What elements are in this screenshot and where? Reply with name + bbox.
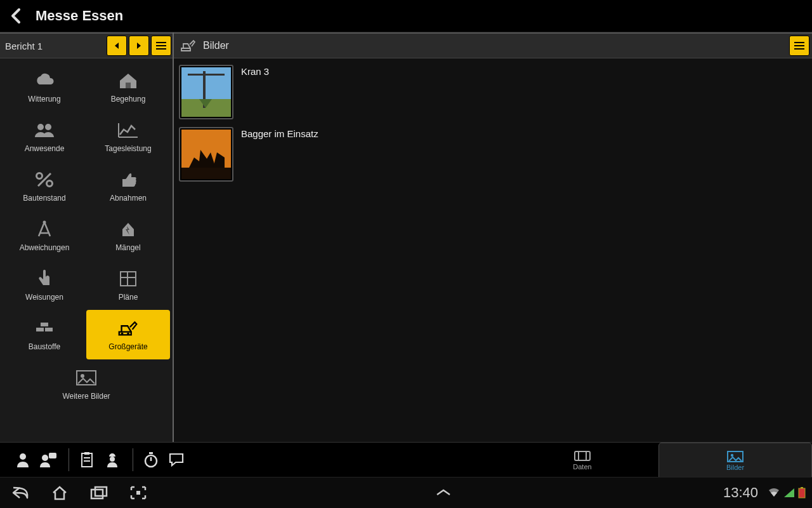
thumbnail-bagger <box>179 127 233 182</box>
svg-point-6 <box>37 173 43 179</box>
sidebar-item-label: Weisungen <box>25 293 63 302</box>
svg-point-7 <box>47 181 53 187</box>
sidebar-item-baustoffe[interactable]: Baustoffe <box>3 310 86 359</box>
svg-rect-31 <box>49 453 56 458</box>
svg-point-19 <box>81 374 84 378</box>
page-title: Messe Essen <box>36 8 123 24</box>
svg-rect-1 <box>156 45 166 46</box>
next-button[interactable] <box>129 36 149 56</box>
svg-rect-0 <box>156 42 166 43</box>
svg-rect-15 <box>45 328 53 331</box>
sidebar-item-label: Anwesende <box>25 144 65 153</box>
svg-point-4 <box>37 124 44 130</box>
tool-person-1[interactable] <box>11 448 34 471</box>
svg-rect-13 <box>41 323 48 326</box>
sidebar-item-tagesleistung[interactable]: Tagesleistung <box>86 112 170 161</box>
wifi-icon <box>768 488 780 498</box>
nav-back-button[interactable] <box>6 479 34 507</box>
content-title: Bilder <box>203 40 787 51</box>
defect-icon <box>117 219 140 239</box>
svg-point-9 <box>43 221 46 224</box>
report-label: Bericht 1 <box>5 41 105 51</box>
svg-rect-2 <box>156 48 166 50</box>
svg-rect-22 <box>794 48 804 50</box>
sidebar-item-weitere-bilder[interactable]: Weitere Bilder <box>3 359 170 409</box>
svg-rect-47 <box>136 491 140 495</box>
people-icon <box>33 120 56 140</box>
nav-screenshot-button[interactable] <box>124 479 152 507</box>
status-time: 13:40 <box>723 485 758 501</box>
bricks-icon <box>33 318 56 338</box>
house-icon <box>117 70 140 91</box>
prev-button[interactable] <box>107 36 127 56</box>
thumbnail-kran <box>179 65 233 119</box>
content-menu-button[interactable] <box>789 36 809 56</box>
sidebar-item-label: Abnahmen <box>110 194 147 203</box>
svg-rect-20 <box>794 42 804 43</box>
sidebar-item-grossgeraete[interactable]: Großgeräte <box>86 310 170 359</box>
svg-rect-26 <box>188 74 225 76</box>
sidebar-item-witterung[interactable]: Witterung <box>3 62 86 112</box>
compass-icon <box>33 219 56 239</box>
sidebar-item-abnahmen[interactable]: Abnahmen <box>86 161 170 211</box>
sidebar-item-label: Witterung <box>28 95 60 104</box>
tab-bilder[interactable]: Bilder <box>658 443 812 477</box>
image-icon <box>75 368 98 388</box>
sidebar-item-label: Tagesleistung <box>105 144 151 153</box>
image-row[interactable]: Bagger im Einsatz <box>179 127 807 182</box>
tool-clipboard[interactable] <box>75 448 98 471</box>
cloud-icon <box>33 70 56 91</box>
sidebar-item-label: Begehung <box>111 95 146 104</box>
svg-rect-21 <box>794 45 804 46</box>
svg-rect-14 <box>36 328 44 331</box>
sidebar-item-plaene[interactable]: Pläne <box>86 260 170 310</box>
svg-point-29 <box>20 453 26 460</box>
tool-stopwatch[interactable] <box>140 448 162 471</box>
sidebar-item-label: Weitere Bilder <box>62 392 110 401</box>
svg-point-17 <box>127 333 129 335</box>
signal-icon <box>783 488 795 498</box>
sidebar-item-weisungen[interactable]: Weisungen <box>3 260 86 310</box>
excavator-icon <box>180 39 197 52</box>
back-button[interactable] <box>8 8 24 24</box>
sidebar-menu-button[interactable] <box>151 36 171 56</box>
nav-recent-button[interactable] <box>85 479 113 507</box>
sidebar-item-label: Abweichungen <box>20 243 70 252</box>
svg-rect-32 <box>82 453 92 467</box>
svg-rect-46 <box>95 487 107 496</box>
tool-worker[interactable] <box>101 448 124 471</box>
sidebar-item-label: Pläne <box>119 293 138 302</box>
image-caption: Bagger im Einsatz <box>241 127 318 139</box>
sidebar-item-maengel[interactable]: Mängel <box>86 211 170 260</box>
thumb-icon <box>117 170 140 190</box>
image-row[interactable]: Kran 3 <box>179 65 807 119</box>
svg-line-8 <box>38 173 51 186</box>
sidebar-item-label: Baustoffe <box>29 342 60 351</box>
status-icons <box>764 487 806 498</box>
sidebar-item-label: Mängel <box>115 243 140 252</box>
svg-point-16 <box>121 333 124 335</box>
svg-rect-39 <box>149 452 153 454</box>
data-icon <box>573 449 592 463</box>
nav-home-button[interactable] <box>46 479 74 507</box>
svg-point-5 <box>45 124 51 130</box>
sidebar-item-bautenstand[interactable]: Bautenstand <box>3 161 86 211</box>
svg-rect-40 <box>575 451 590 460</box>
sidebar-item-anwesende[interactable]: Anwesende <box>3 112 86 161</box>
svg-rect-45 <box>91 490 103 498</box>
sidebar-item-abweichungen[interactable]: Abweichungen <box>3 211 86 260</box>
percent-icon <box>33 170 56 190</box>
image-icon <box>726 450 744 464</box>
chart-icon <box>117 120 140 140</box>
tab-daten[interactable]: Daten <box>506 443 658 477</box>
sidebar-item-label: Großgeräte <box>108 342 147 351</box>
svg-rect-28 <box>181 168 231 179</box>
sidebar-item-begehung[interactable]: Begehung <box>86 62 170 112</box>
battery-icon <box>798 487 806 498</box>
svg-point-44 <box>731 453 733 456</box>
excavator-icon <box>117 318 140 338</box>
nav-expand-button[interactable] <box>435 488 452 497</box>
svg-point-36 <box>110 457 115 462</box>
tool-person-chat-1[interactable] <box>37 448 60 471</box>
tool-speech[interactable] <box>165 448 188 471</box>
